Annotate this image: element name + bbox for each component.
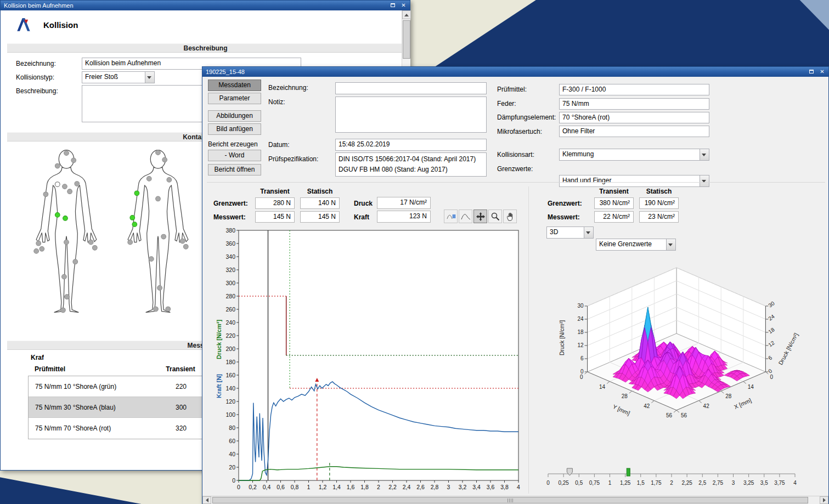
fw-bezeichnung-input[interactable] [335,82,487,94]
druck-label: Druck [354,200,373,207]
svg-text:3,6: 3,6 [487,484,495,490]
close-button[interactable]: ✕ [399,2,408,9]
pruefmittel-label: Prüfmittel: [497,86,527,93]
kollisionsart-select[interactable]: Klemmung [559,149,709,161]
contact-point[interactable] [88,240,93,245]
svg-text:2,2: 2,2 [388,484,397,490]
pan-tool-button[interactable] [473,209,487,223]
zoom-tool-button[interactable] [488,209,502,223]
scrollbar-thumb[interactable] [403,20,410,59]
contact-point[interactable] [166,307,171,312]
collision-window-titlebar[interactable]: Kollision beim Aufnehmen ✕ [1,1,410,10]
svg-text:120: 120 [225,398,235,405]
scrollbar-grip-icon [507,499,513,502]
word-export-button[interactable]: - Word [208,150,261,161]
horizontal-scrollbar[interactable] [202,496,828,504]
contact-point[interactable] [43,192,48,197]
contact-point-selected[interactable] [55,213,60,218]
contact-point[interactable] [34,249,39,254]
pruefmittel-input[interactable]: F-300 / F-1000 [559,84,709,95]
table-row[interactable]: 75 N/mm 70 °ShoreA (rot) 320 [29,418,208,439]
contact-point[interactable] [40,246,44,251]
contact-point-selected[interactable] [134,191,139,196]
daempfungselement-input[interactable]: 70 °ShoreA (rot) [559,112,709,123]
time-range-slider[interactable]: 00,250,50,7511,251,51,7522,252,52,7533,2… [544,467,802,492]
scroll-up-button[interactable] [402,10,411,19]
contact-point[interactable] [161,234,166,239]
contact-point[interactable] [73,259,78,264]
svg-text:6: 6 [767,354,773,361]
sidebar-item-bild-anfuegen[interactable]: Bild anfügen [208,123,261,135]
desktop-top-strip [410,0,829,66]
mikrofasertuch-input[interactable]: Ohne Filter [559,126,709,137]
scroll-right-button[interactable] [820,496,828,504]
table-row-selected[interactable]: 75 N/mm 30 °ShoreA (blau) 300 [29,397,208,418]
view-mode-value: 3D [550,228,558,236]
force-time-chart[interactable]: 0204060801001201401601802002202402602803… [213,227,526,496]
app-logo [16,17,31,32]
kollisionstyp-select[interactable]: Freier Stoß [82,71,155,83]
contact-point[interactable] [156,196,161,201]
sidebar-item-parameter[interactable]: Parameter [208,93,261,104]
bericht-erzeugen-label: Bericht erzeugen [208,140,258,148]
svg-text:56: 56 [666,412,673,418]
contact-point[interactable] [167,178,172,183]
mikrofasertuch-label: Mikrofasertuch: [497,128,542,135]
curve-tool-button[interactable] [459,209,472,223]
scroll-left-button[interactable] [202,496,211,504]
contact-point[interactable] [156,150,161,155]
sidebar-item-abbildungen[interactable]: Abbildungen [208,110,261,122]
contact-point[interactable] [64,240,69,245]
datum-input[interactable]: 15:48 25.02.2019 [335,139,487,151]
svg-text:2: 2 [670,480,673,486]
contact-point[interactable] [146,177,151,182]
contact-point[interactable] [128,240,133,245]
druck-value: 17 N/cm² [377,197,431,209]
contact-point[interactable] [36,241,41,246]
view-mode-select[interactable]: 3D [546,226,594,239]
svg-text:4: 4 [793,480,797,486]
contact-point[interactable] [71,158,76,163]
desktop-background: Kollision beim Aufnehmen ✕ Kollision Bes… [0,0,829,504]
hscrollbar-thumb[interactable] [212,497,808,503]
maximize-button[interactable] [388,2,397,9]
contact-point[interactable] [157,286,162,291]
table-row[interactable]: 75 N/mm 10 °ShoreA (grün) 220 [29,376,208,397]
contact-point[interactable] [149,257,154,262]
contact-point[interactable] [162,157,167,162]
contact-point[interactable] [75,182,80,186]
contact-point[interactable] [67,189,72,194]
close-button[interactable]: ✕ [817,68,827,76]
svg-text:3,5: 3,5 [760,480,768,486]
slider-handle-green[interactable] [627,468,630,476]
contact-point[interactable] [61,308,66,313]
slider-handle-gray[interactable] [567,468,572,475]
contact-point[interactable] [183,244,188,249]
contact-point-selected[interactable] [63,216,68,221]
contact-point[interactable] [154,307,159,312]
contact-point[interactable] [55,163,60,168]
contact-point[interactable] [65,295,70,299]
contact-point[interactable] [64,151,69,156]
contact-point[interactable] [92,245,97,250]
body-diagram-back[interactable] [122,148,194,326]
curve-markers-tool-button[interactable] [444,209,458,223]
contact-point[interactable] [180,239,185,243]
pressure-3d-chart[interactable]: 0612182430Druck [N/cm²]0612182430Druck [… [542,240,816,466]
contact-point[interactable] [62,274,67,279]
sidebar-item-messdaten[interactable]: Messdaten [208,80,261,91]
body-diagram-front[interactable] [31,148,102,326]
cell-pruefmittel: 75 N/mm 10 °ShoreA (grün) [29,376,154,397]
svg-text:340: 340 [225,253,235,260]
feder-input[interactable]: 75 N/mm [559,98,709,110]
contact-point-selected[interactable] [132,222,137,227]
bericht-oeffnen-button[interactable]: Bericht öffnen [208,164,261,175]
contact-point[interactable] [63,184,67,189]
pruefspez-box[interactable]: DIN ISO/TS 15066:2017-04 (Stand: April 2… [335,152,487,177]
contact-point-selected[interactable] [130,216,135,220]
hand-tool-button[interactable] [503,209,517,223]
maximize-button[interactable] [807,68,816,76]
cell-transient: 220 [154,376,208,397]
measurement-window-titlebar[interactable]: 190225_15-48 ✕ [202,67,828,77]
notiz-textarea[interactable] [335,97,487,133]
